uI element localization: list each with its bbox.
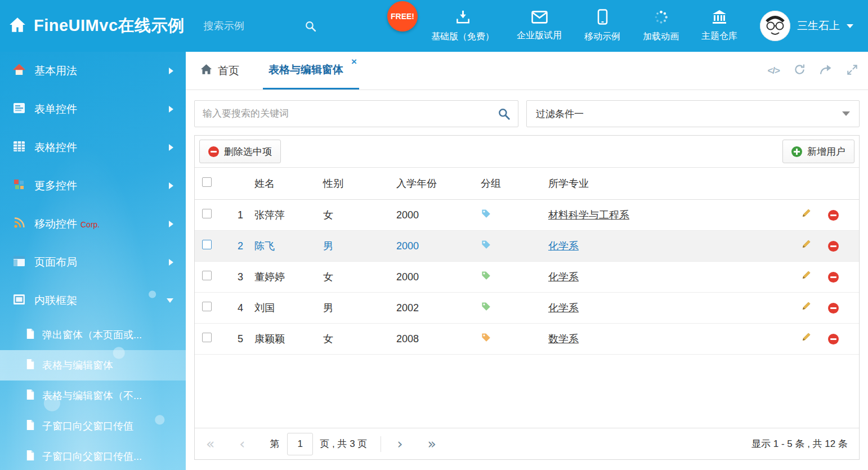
source-code-icon[interactable]: </> <box>767 65 780 77</box>
column-header-gender[interactable]: 性别 <box>323 177 396 190</box>
row-checkbox[interactable] <box>202 209 212 218</box>
page-number-input[interactable] <box>287 433 313 455</box>
sidebar-subitem-grid-edit-window-2[interactable]: 表格与编辑窗体（不... <box>0 381 186 411</box>
sidebar-subitem-popup-window[interactable]: 弹出窗体（本页面或... <box>0 320 186 350</box>
major-link[interactable]: 化学系 <box>548 271 579 283</box>
delete-row-icon[interactable] <box>828 210 839 221</box>
sidebar-subitem-child-to-parent[interactable]: 子窗口向父窗口传值 <box>0 411 186 441</box>
home-icon[interactable] <box>9 17 26 35</box>
major-link[interactable]: 数学系 <box>548 333 579 344</box>
delete-row-icon[interactable] <box>828 303 839 314</box>
app-title: FineUIMvc在线示例 <box>34 15 185 37</box>
sidebar-subitem-label: 表格与编辑窗体（不... <box>42 389 142 402</box>
sidebar-subitem-grid-edit-window[interactable]: 表格与编辑窗体 <box>0 350 186 381</box>
edit-icon[interactable] <box>800 208 811 222</box>
edit-icon[interactable] <box>800 332 811 346</box>
file-icon <box>26 359 35 373</box>
sidebar-item-label: 表格控件 <box>34 140 77 155</box>
table-row[interactable]: 4 刘国 男 2002 化学系 <box>195 293 859 324</box>
add-user-button[interactable]: 新增用户 <box>782 140 854 163</box>
file-icon <box>26 419 35 433</box>
sidebar-subitem-label: 弹出窗体（本页面或... <box>42 328 142 342</box>
chevron-down-icon <box>167 298 173 303</box>
delete-row-icon[interactable] <box>828 272 839 283</box>
row-checkbox[interactable] <box>202 271 212 280</box>
share-icon[interactable] <box>820 64 833 77</box>
major-link[interactable]: 化学系 <box>548 240 579 252</box>
select-all-checkbox[interactable] <box>202 177 212 187</box>
sidebar-item-label: 表单控件 <box>34 102 77 117</box>
tag-icon[interactable] <box>481 270 491 281</box>
column-header-year[interactable]: 入学年份 <box>396 177 481 190</box>
sidebar-item-page-layout[interactable]: 页面布局 <box>0 243 186 281</box>
sidebar-item-more-controls[interactable]: 更多控件 <box>0 167 186 205</box>
nav-item-basic-edition[interactable]: 基础版（免费） <box>431 10 494 43</box>
search-icon[interactable] <box>498 108 510 120</box>
table-icon <box>12 140 26 156</box>
tag-icon[interactable] <box>481 239 491 250</box>
edit-icon[interactable] <box>800 270 811 284</box>
sidebar-item-inline-frame[interactable]: 内联框架 <box>0 281 186 320</box>
sidebar-subitem-child-to-parent-2[interactable]: 子窗口向父窗口传值... <box>0 441 186 470</box>
chevron-right-icon <box>169 106 173 113</box>
nav-item-label: 移动示例 <box>584 31 620 43</box>
keyword-search-input[interactable] <box>203 108 492 119</box>
last-page-button[interactable]: » <box>427 437 436 451</box>
major-link[interactable]: 化学系 <box>548 302 579 314</box>
table-row[interactable]: 1 张萍萍 女 2000 材料科学与工程系 <box>195 200 859 231</box>
column-header-group[interactable]: 分组 <box>481 177 548 190</box>
first-page-button[interactable]: « <box>206 437 214 451</box>
edit-icon[interactable] <box>800 239 811 253</box>
table-row[interactable]: 5 康颖颖 女 2008 数学系 <box>195 324 859 355</box>
tag-icon[interactable] <box>481 332 491 343</box>
major-link[interactable]: 材料科学与工程系 <box>548 209 629 221</box>
tag-icon[interactable] <box>481 301 491 312</box>
sidebar-item-basic-usage[interactable]: 基本用法 <box>0 52 186 90</box>
main-content: 首页 表格与编辑窗体 × </> 过滤条件一 <box>186 52 868 470</box>
search-icon[interactable] <box>305 20 316 32</box>
next-page-button[interactable]: › <box>397 437 402 451</box>
row-checkbox[interactable] <box>202 333 212 342</box>
nav-item-enterprise-trial[interactable]: 企业版试用 <box>517 11 562 42</box>
delete-selected-button[interactable]: 删除选中项 <box>199 140 281 163</box>
expand-icon[interactable] <box>847 64 858 78</box>
edit-icon[interactable] <box>800 301 811 315</box>
delete-row-icon[interactable] <box>828 241 839 252</box>
delete-row-icon[interactable] <box>828 334 839 344</box>
column-header-name[interactable]: 姓名 <box>254 177 323 190</box>
tab-grid-edit-window[interactable]: 表格与编辑窗体 × <box>263 52 359 89</box>
row-index: 4 <box>226 302 254 314</box>
row-checkbox[interactable] <box>202 240 212 249</box>
frame-icon <box>12 293 26 309</box>
cell-name: 康颖颖 <box>254 332 323 346</box>
brand[interactable]: FineUIMvc在线示例 <box>9 15 185 37</box>
tab-home[interactable]: 首页 <box>196 52 244 89</box>
page-label-prefix: 第 <box>270 437 279 450</box>
table-row[interactable]: 2 陈飞 男 2000 化学系 <box>195 231 859 262</box>
sidebar-item-grid-controls[interactable]: 表格控件 <box>0 128 186 167</box>
filter-select[interactable]: 过滤条件一 <box>526 100 860 127</box>
nav-item-loading-animations[interactable]: 加载动画 <box>643 10 679 43</box>
row-checkbox[interactable] <box>202 302 212 311</box>
prev-page-button[interactable]: ‹ <box>239 437 245 451</box>
tag-icon[interactable] <box>481 208 491 219</box>
table-row[interactable]: 3 董婷婷 女 2000 化学系 <box>195 262 859 293</box>
sidebar-item-form-controls[interactable]: 表单控件 <box>0 90 186 128</box>
cell-gender: 男 <box>323 301 396 315</box>
tab-label: 表格与编辑窗体 <box>269 62 343 77</box>
user-menu[interactable]: 三生石上 <box>760 11 853 41</box>
sidebar-item-mobile-controls[interactable]: 移动控件 Corp. <box>0 205 186 243</box>
header-search[interactable]: 搜索示例 <box>204 19 316 33</box>
house-icon <box>12 63 26 79</box>
close-icon[interactable]: × <box>351 57 357 66</box>
cell-name: 刘国 <box>254 301 323 315</box>
avatar <box>760 11 790 41</box>
column-header-major[interactable]: 所学专业 <box>548 177 791 190</box>
cell-name: 张萍萍 <box>254 208 323 222</box>
nav-item-mobile-demo[interactable]: 移动示例 <box>584 9 620 43</box>
refresh-icon[interactable] <box>794 64 806 78</box>
nav-item-label: 加载动画 <box>643 31 679 43</box>
nav-item-theme-store[interactable]: 主题仓库 <box>701 10 737 42</box>
keyword-search-box[interactable] <box>194 100 518 127</box>
table-header-row: 姓名 性别 入学年份 分组 所学专业 <box>195 168 859 200</box>
